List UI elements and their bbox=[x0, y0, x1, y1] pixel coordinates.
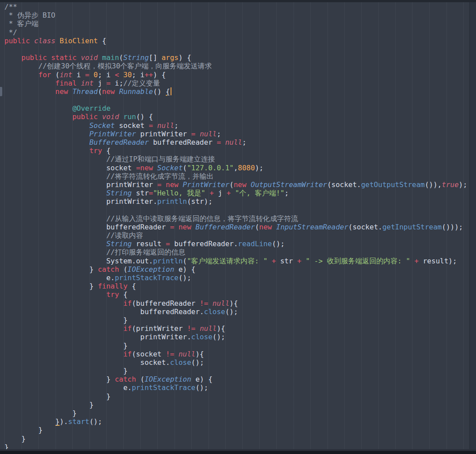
code-token: { bbox=[127, 282, 136, 290]
code-token: public bbox=[4, 37, 30, 45]
code-token bbox=[4, 71, 38, 79]
code-token: e. bbox=[4, 274, 115, 282]
code-token bbox=[4, 62, 38, 70]
code-token bbox=[77, 53, 81, 62]
code-token: bufferedReader bbox=[4, 223, 170, 231]
code-token: println bbox=[153, 257, 182, 265]
code-token: @Override bbox=[72, 104, 111, 113]
code-token: = bbox=[217, 138, 221, 146]
code-token: BufferedReader bbox=[196, 223, 255, 231]
code-line: bufferedReader.close(); bbox=[4, 308, 476, 316]
code-token: } bbox=[4, 367, 127, 375]
code-token: i bbox=[72, 71, 85, 79]
code-token: /** bbox=[4, 3, 17, 11]
code-line: //打印服务端返回的信息 bbox=[4, 248, 476, 256]
text-cursor bbox=[171, 87, 172, 95]
left-edge-marker bbox=[0, 87, 2, 96]
code-line: public class BioClient { bbox=[4, 37, 476, 45]
code-token: [] bbox=[149, 53, 162, 62]
code-token: bufferedReader bbox=[149, 138, 217, 146]
code-token: } bbox=[4, 375, 115, 383]
code-token: OutputStreamWriter bbox=[251, 180, 327, 189]
code-line: }).start(); bbox=[4, 417, 476, 426]
code-token: IOException bbox=[127, 265, 174, 274]
code-token: close bbox=[170, 358, 191, 367]
code-token bbox=[231, 189, 235, 197]
code-token bbox=[4, 113, 72, 121]
code-token: printStackTrace bbox=[132, 383, 196, 392]
code-token: if bbox=[123, 350, 132, 358]
code-token: 8080 bbox=[238, 164, 255, 172]
code-token: System.out. bbox=[4, 257, 153, 265]
code-line: * 伪异步 BIO bbox=[4, 11, 476, 19]
code-token: ){ bbox=[195, 350, 204, 358]
code-token: //打印服务端返回的信息 bbox=[106, 248, 185, 256]
code-token: IOException bbox=[145, 375, 191, 383]
code-token: Thread bbox=[72, 87, 98, 96]
code-token: try bbox=[106, 290, 119, 299]
code-token: () bbox=[153, 87, 166, 96]
code-token bbox=[77, 79, 81, 87]
code-token: } bbox=[4, 341, 127, 350]
code-line: printWriter = new PrintWriter(new Output… bbox=[4, 180, 476, 189]
code-token bbox=[196, 130, 200, 138]
code-token: run bbox=[123, 113, 136, 121]
code-line: printWriter.close(); bbox=[4, 333, 476, 341]
code-token: (); bbox=[225, 308, 238, 316]
code-token bbox=[4, 299, 123, 308]
code-token: } bbox=[4, 435, 26, 443]
code-token bbox=[4, 130, 89, 138]
code-token: (str); bbox=[187, 197, 212, 206]
code-token: printWriter. bbox=[4, 333, 191, 341]
code-token bbox=[246, 180, 251, 189]
code-line bbox=[4, 206, 476, 214]
code-token bbox=[115, 87, 119, 96]
code-line: //从输入流中读取服务端返回的信息，将字节流转化成字符流 bbox=[4, 214, 476, 223]
code-token: ; i bbox=[132, 71, 145, 79]
code-token: + bbox=[227, 189, 231, 197]
code-token: socket bbox=[4, 164, 136, 172]
code-line: final int j = i;//定义变量 bbox=[4, 79, 476, 87]
code-token: ); bbox=[255, 164, 263, 172]
code-token: new bbox=[56, 87, 68, 96]
code-token: if bbox=[123, 324, 132, 333]
code-token: close bbox=[204, 308, 225, 316]
code-editor[interactable]: /** * 伪异步 BIO * 客户端 */public class BioCl… bbox=[0, 0, 476, 454]
code-token bbox=[410, 257, 415, 265]
code-token: socket. bbox=[4, 358, 170, 367]
code-token bbox=[89, 71, 94, 79]
code-token: readLine bbox=[238, 240, 272, 248]
code-line: public static void main(String[] args) { bbox=[4, 53, 476, 62]
code-token bbox=[153, 164, 157, 172]
code-token: //将字符流转化成字节流，并输出 bbox=[106, 172, 213, 180]
code-token bbox=[4, 121, 89, 130]
code-token: != bbox=[200, 299, 208, 308]
code-token: = bbox=[170, 223, 175, 231]
code-token: (); bbox=[195, 383, 208, 392]
code-line: } bbox=[4, 426, 476, 434]
code-line: } bbox=[4, 316, 476, 324]
code-token: new bbox=[234, 180, 246, 189]
scrollbar-track[interactable] bbox=[469, 2, 476, 450]
code-token: ). bbox=[60, 417, 68, 426]
code-line: String result = bufferedReader.readLine(… bbox=[4, 240, 476, 248]
code-token bbox=[195, 324, 200, 333]
code-token bbox=[4, 324, 123, 333]
code-token: String bbox=[106, 189, 132, 197]
code-token: //创建30个线程，模拟30个客户端，向服务端发送请求 bbox=[38, 62, 212, 70]
code-token: static bbox=[51, 53, 77, 62]
code-token: void bbox=[102, 113, 119, 121]
code-token: for bbox=[38, 71, 51, 79]
code-token bbox=[174, 223, 178, 231]
code-token: i; bbox=[111, 79, 123, 87]
code-token: BufferedReader bbox=[89, 138, 149, 146]
code-token: "个, 客户端!" bbox=[235, 189, 284, 197]
code-token: class bbox=[34, 37, 55, 45]
code-token: { bbox=[98, 37, 106, 45]
code-token bbox=[205, 189, 210, 197]
code-token: ) { bbox=[178, 53, 191, 62]
code-line: } catch (IOException e) { bbox=[4, 265, 476, 274]
code-token: "Hello, 我是" bbox=[153, 189, 205, 197]
code-token: + bbox=[414, 257, 419, 265]
code-token: //定义变量 bbox=[123, 79, 160, 87]
